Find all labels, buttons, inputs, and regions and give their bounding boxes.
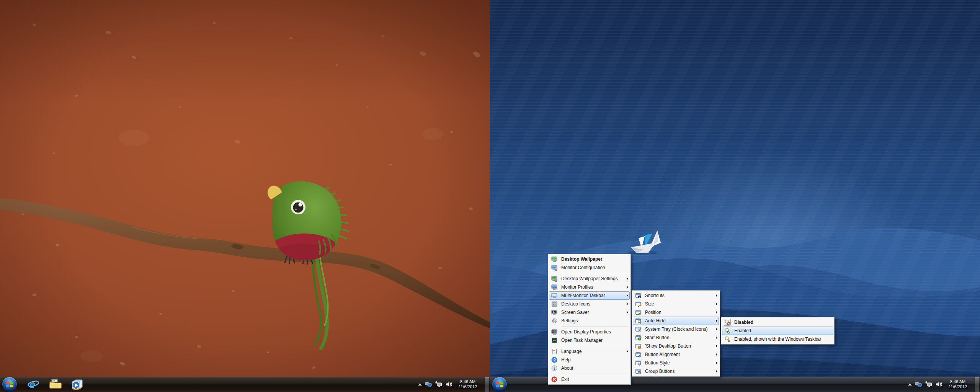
screen-saver-icon — [551, 309, 558, 316]
menu-item-label: Enabled — [734, 328, 832, 333]
displayfusion-tray[interactable] — [915, 381, 922, 387]
menu-item-settings[interactable]: Settings — [549, 317, 630, 325]
window-showdesktop-icon — [635, 343, 642, 350]
bird — [267, 181, 348, 348]
desktop: e 8:46 AM 11/6/2012 — [0, 0, 980, 392]
menu-item-exit[interactable]: Exit — [549, 375, 630, 384]
menu-item-monitor-configuration[interactable]: Monitor Configuration — [549, 263, 630, 272]
magnifier-windows-icon — [724, 336, 731, 343]
menu-item-show-desktop-button[interactable]: 'Show Desktop' Button — [633, 342, 719, 350]
menu-item-label: Group Buttons — [645, 369, 714, 374]
menu-item-label: Button Alignment — [645, 352, 714, 357]
menu-item-position[interactable]: Position — [633, 308, 719, 317]
start-button[interactable] — [492, 377, 507, 392]
menu-item-label: Help — [561, 357, 628, 363]
windows-explorer-taskbar-button[interactable] — [49, 378, 62, 391]
menu-item-label: 'Show Desktop' Button — [645, 343, 714, 349]
show-desktop-button[interactable] — [485, 377, 489, 392]
falling-petals — [21, 21, 481, 369]
menu-item-shortcuts[interactable]: Shortcuts — [633, 291, 719, 300]
submenu-arrow-icon — [716, 328, 717, 331]
window-autohide-icon — [635, 317, 642, 324]
submenu-arrow-icon — [716, 311, 717, 314]
menu-item-button-alignment[interactable]: Button Alignment — [633, 350, 719, 359]
internet-explorer-taskbar-button[interactable]: e — [27, 378, 40, 391]
submenu-arrow-icon — [716, 294, 717, 297]
menu-item-label: Enabled, shown with the Windows Taskbar — [734, 336, 832, 342]
window-style-icon — [635, 359, 642, 366]
tail-feathers — [313, 256, 328, 348]
window-systemtray-icon — [635, 326, 642, 333]
hidden-icons-arrow[interactable] — [418, 383, 422, 385]
menu-item-enabled[interactable]: Enabled — [722, 327, 833, 335]
multi-monitor-taskbar-icon — [551, 292, 558, 299]
menu-item-label: Disabled — [734, 320, 832, 325]
menu-item-label: Desktop Icons — [561, 301, 624, 307]
menu-item-open-task-manager[interactable]: Open Task Manager — [549, 336, 630, 345]
menu-item-label: System Tray (Clock and Icons) — [645, 327, 714, 332]
desktop-icons-icon — [551, 301, 558, 307]
submenu-arrow-icon — [716, 345, 717, 348]
menu-item-label: Screen Saver — [561, 310, 624, 315]
submenu-multi-monitor-taskbar: ShortcutsSizePositionAuto-HideSystem Tra… — [632, 290, 720, 377]
menu-separator — [562, 372, 629, 375]
show-desktop-button[interactable] — [975, 377, 979, 392]
desktop-wallpaper-settings-icon — [551, 275, 558, 282]
network-tray[interactable] — [925, 381, 933, 387]
magnifier-enabled-icon — [724, 327, 731, 334]
exit-icon — [551, 376, 558, 383]
menu-separator — [562, 272, 629, 274]
submenu-arrow-icon — [627, 277, 628, 280]
displayfusion-tray[interactable] — [425, 381, 432, 387]
menu-item-desktop-icons[interactable]: Desktop Icons — [549, 300, 630, 308]
menu-item-label: About — [561, 366, 628, 371]
menu-item-label: Monitor Profiles — [561, 284, 624, 290]
volume-tray[interactable] — [446, 381, 452, 387]
tray-clock[interactable]: 8:46 AM 11/6/2012 — [946, 379, 970, 389]
tree-branch — [0, 198, 490, 328]
menu-item-about[interactable]: iAbout — [549, 364, 630, 372]
window-startbutton-icon — [635, 334, 642, 341]
tray-clock[interactable]: 8:46 AM 11/6/2012 — [456, 379, 480, 389]
menu-item-desktop-wallpaper[interactable]: Desktop Wallpaper — [549, 255, 630, 263]
bird-eye — [291, 200, 305, 214]
submenu-arrow-icon — [716, 319, 717, 322]
menu-item-label: Open Display Properties — [561, 329, 628, 335]
menu-item-label: Settings — [561, 318, 628, 323]
network-tray[interactable] — [435, 381, 443, 387]
menu-item-start-button[interactable]: Start Button — [633, 333, 719, 342]
menu-item-button-style[interactable]: Button Style — [633, 359, 719, 367]
menu-item-desktop-wallpaper-settings[interactable]: Desktop Wallpaper Settings — [549, 274, 630, 283]
window-group-icon — [635, 368, 642, 375]
menu-item-system-tray-clock-and-icons[interactable]: System Tray (Clock and Icons) — [633, 325, 719, 333]
taskbar-apps: e — [27, 377, 84, 392]
submenu-arrow-icon — [716, 302, 717, 305]
menu-item-help[interactable]: ?Help — [549, 356, 630, 364]
menu-item-label: Size — [645, 301, 714, 307]
menu-item-enabled-shown-with-the-windows-taskbar[interactable]: Enabled, shown with the Windows Taskbar — [722, 335, 833, 343]
menu-item-label: Desktop Wallpaper — [561, 256, 628, 262]
menu-item-label: Open Task Manager — [561, 338, 628, 343]
submenu-arrow-icon — [716, 353, 717, 356]
menu-item-open-display-properties[interactable]: Open Display Properties — [549, 328, 630, 336]
menu-item-label: Shortcuts — [645, 293, 714, 298]
window-alignment-icon — [635, 351, 642, 358]
menu-item-disabled[interactable]: Disabled — [722, 318, 833, 327]
volume-tray[interactable] — [936, 381, 942, 387]
start-button[interactable] — [2, 377, 17, 392]
menu-item-language[interactable]: AZLanguage — [549, 347, 630, 356]
monitor-left: e 8:46 AM 11/6/2012 — [0, 0, 490, 392]
menu-item-label: Start Button — [645, 335, 714, 340]
menu-item-monitor-profiles[interactable]: Monitor Profiles — [549, 283, 630, 291]
windows-media-player-taskbar-button[interactable] — [71, 378, 84, 391]
menu-item-screen-saver[interactable]: Screen Saver — [549, 308, 630, 317]
windows-logo-icon — [5, 381, 14, 388]
language-icon: AZ — [551, 348, 558, 355]
menu-item-auto-hide[interactable]: Auto-Hide — [633, 317, 719, 325]
hidden-icons-arrow[interactable] — [908, 383, 912, 385]
menu-item-multi-monitor-taskbar[interactable]: Multi-Monitor Taskbar — [549, 291, 630, 300]
menu-item-group-buttons[interactable]: Group Buttons — [633, 367, 719, 376]
svg-text:e: e — [29, 379, 35, 390]
submenu-arrow-icon — [716, 336, 717, 339]
menu-item-size[interactable]: Size — [633, 300, 719, 308]
